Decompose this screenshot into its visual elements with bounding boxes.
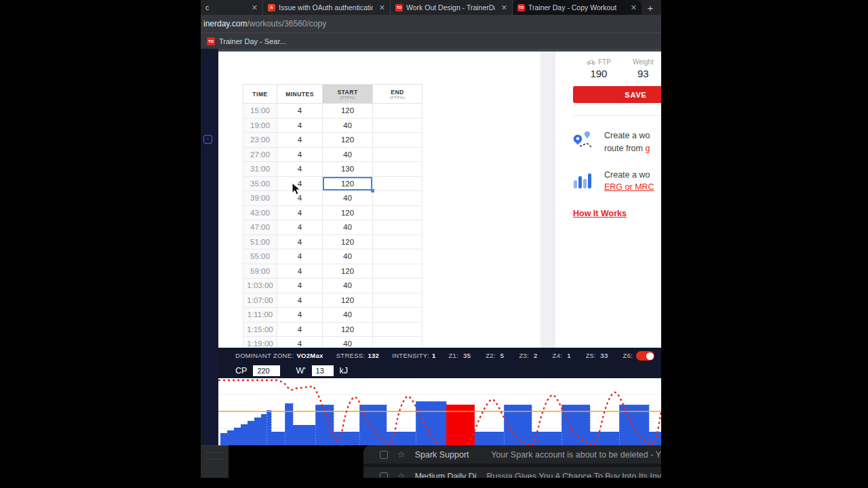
minutes-cell[interactable]: 4	[277, 308, 323, 323]
erg-mrc-link[interactable]: ERG or MRC	[604, 182, 654, 192]
minutes-cell[interactable]: 4	[277, 293, 323, 308]
workout-bar[interactable]	[248, 421, 254, 445]
bookmark-trainer-day[interactable]: TD Trainer Day - Sear...	[207, 37, 286, 45]
tab-close-icon[interactable]: ✕	[252, 3, 258, 12]
email-row-0[interactable]: ☆Spark SupportYour Spark account is abou…	[363, 445, 661, 464]
workout-bar[interactable]	[254, 418, 261, 445]
end-cell[interactable]	[373, 133, 422, 148]
end-cell[interactable]	[373, 176, 422, 191]
time-cell[interactable]: 27:00	[243, 147, 277, 162]
email-row-1[interactable]: ☆Medium Daily DigestRussia Gives You A C…	[363, 467, 661, 478]
start-cell[interactable]: 40	[323, 191, 373, 206]
start-cell[interactable]: 120	[323, 293, 373, 308]
minutes-cell[interactable]: 4	[277, 264, 323, 279]
minutes-cell[interactable]: 4	[277, 220, 323, 235]
end-cell[interactable]	[373, 162, 422, 177]
workout-bar[interactable]	[590, 432, 619, 445]
time-cell[interactable]: 1:19:00	[243, 337, 277, 348]
selected-start-cell[interactable]: 120	[323, 176, 373, 191]
start-cell[interactable]: 120	[323, 235, 373, 249]
workout-bar[interactable]	[416, 401, 446, 445]
start-cell[interactable]: 40	[323, 220, 373, 235]
workout-bar[interactable]	[293, 425, 315, 445]
end-cell[interactable]	[373, 337, 422, 348]
workout-bar[interactable]	[271, 432, 285, 445]
end-cell[interactable]	[373, 147, 422, 162]
end-cell[interactable]	[373, 322, 422, 337]
workout-bar[interactable]	[220, 433, 227, 445]
browser-tab-1[interactable]: AIssue with OAuth authenticatio✕	[263, 0, 391, 15]
star-icon[interactable]: ☆	[397, 449, 406, 460]
minutes-cell[interactable]: 4	[277, 235, 323, 249]
minutes-cell[interactable]: 4	[277, 205, 323, 220]
start-cell[interactable]: 40	[323, 279, 373, 293]
browser-tab-0[interactable]: c✕	[201, 0, 263, 15]
tab-close-icon[interactable]: ✕	[379, 3, 385, 12]
time-cell[interactable]: 35:00	[243, 176, 277, 191]
time-cell[interactable]: 39:00	[243, 191, 277, 206]
minutes-cell[interactable]: 4	[277, 279, 323, 293]
time-cell[interactable]: 31:00	[243, 162, 277, 177]
start-cell[interactable]: 40	[323, 249, 373, 264]
end-cell[interactable]	[373, 118, 422, 133]
minutes-cell[interactable]: 4	[277, 322, 323, 337]
workout-bar[interactable]	[619, 405, 649, 445]
tab-close-icon[interactable]: ✕	[501, 3, 507, 12]
route-link[interactable]: g	[645, 144, 650, 153]
time-cell[interactable]: 1:15:00	[243, 322, 277, 337]
workout-bar[interactable]	[267, 410, 271, 445]
browser-tab-2[interactable]: TDWork Out Design - TrainerDay✕	[391, 0, 513, 15]
workout-bar[interactable]	[387, 432, 416, 445]
minutes-cell[interactable]: 4	[277, 249, 323, 264]
start-cell[interactable]: 40	[323, 308, 373, 323]
workout-bar[interactable]	[649, 432, 661, 445]
end-cell[interactable]	[373, 205, 422, 220]
time-cell[interactable]: 1:07:00	[243, 293, 277, 308]
end-cell[interactable]	[373, 104, 422, 119]
start-cell[interactable]: 40	[323, 147, 373, 162]
time-cell[interactable]: 59:00	[243, 264, 277, 279]
workout-bar[interactable]	[241, 424, 248, 445]
browser-tab-3[interactable]: TDTrainer Day - Copy Workout✕	[513, 0, 642, 15]
minutes-cell[interactable]: 4	[277, 337, 323, 348]
wprime-input[interactable]	[312, 365, 334, 376]
end-cell[interactable]	[373, 308, 422, 323]
start-cell[interactable]: 120	[323, 133, 373, 148]
workout-bar[interactable]	[334, 432, 359, 445]
column-header-start[interactable]: START(FTP%)	[323, 85, 373, 104]
time-cell[interactable]: 23:00	[243, 133, 277, 148]
start-cell[interactable]: 120	[323, 205, 373, 220]
cell-drag-handle[interactable]	[371, 189, 374, 192]
minutes-cell[interactable]: 4	[277, 147, 323, 162]
end-cell[interactable]	[373, 220, 422, 235]
new-tab-button[interactable]: +	[642, 0, 659, 15]
time-cell[interactable]: 55:00	[243, 249, 277, 264]
tab-close-icon[interactable]: ✕	[631, 3, 637, 12]
workout-bar[interactable]	[261, 414, 267, 445]
start-cell[interactable]: 130	[323, 162, 373, 177]
workout-bar[interactable]	[561, 405, 590, 445]
start-cell[interactable]: 120	[323, 264, 373, 279]
minutes-cell[interactable]: 4	[277, 118, 323, 133]
save-button[interactable]: SAVE	[573, 86, 661, 103]
column-header-minutes[interactable]: MINUTES	[277, 85, 323, 104]
time-cell[interactable]: 1:03:00	[243, 279, 277, 293]
start-cell[interactable]: 120	[323, 322, 373, 337]
chart-toggle[interactable]	[636, 351, 654, 361]
end-cell[interactable]	[373, 249, 422, 264]
time-cell[interactable]: 43:00	[243, 205, 277, 220]
end-cell[interactable]	[373, 279, 422, 293]
sidebar-collapse-icon[interactable]: ‹	[203, 135, 212, 144]
start-cell[interactable]: 120	[323, 104, 373, 119]
workout-bar[interactable]	[227, 430, 234, 445]
workout-bar[interactable]	[285, 403, 293, 445]
end-cell[interactable]	[373, 191, 422, 206]
workout-bar[interactable]	[234, 428, 241, 445]
minutes-cell[interactable]: 4	[277, 104, 323, 119]
workout-bar[interactable]	[315, 405, 334, 445]
start-cell[interactable]: 40	[323, 337, 373, 348]
column-header-time[interactable]: TIME	[243, 85, 277, 104]
time-cell[interactable]: 51:00	[243, 235, 277, 249]
time-cell[interactable]: 19:00	[243, 118, 277, 133]
time-cell[interactable]: 47:00	[243, 220, 277, 235]
